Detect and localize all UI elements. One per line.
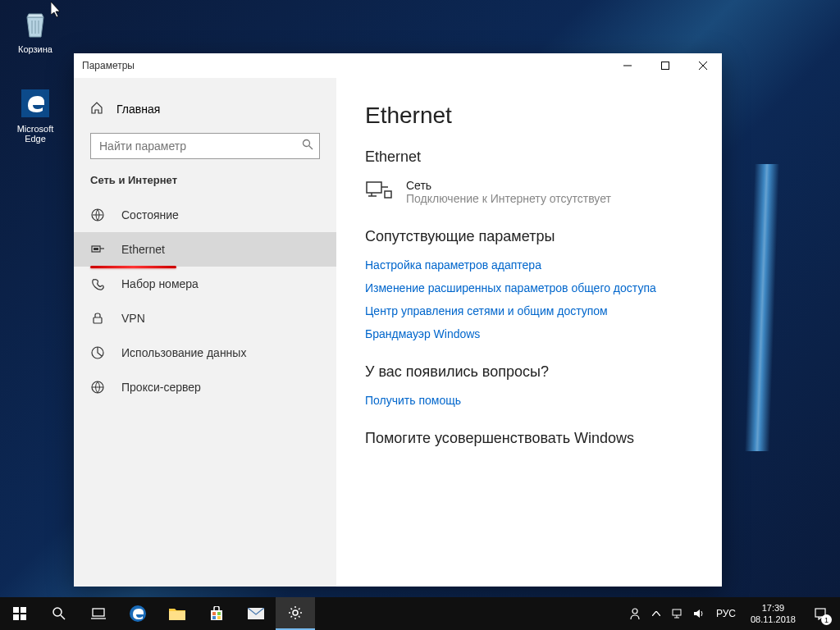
svg-point-26 <box>53 608 62 616</box>
svg-rect-31 <box>169 611 185 620</box>
link-windows-firewall[interactable]: Брандмауэр Windows <box>365 327 693 340</box>
svg-rect-19 <box>385 191 391 198</box>
tray-date: 08.11.2018 <box>751 614 796 625</box>
taskbar-search[interactable] <box>39 597 79 630</box>
content-pane: Ethernet Ethernet Сеть Подключение к Инт… <box>336 78 722 587</box>
notification-badge: 1 <box>821 614 832 625</box>
taskbar-settings[interactable] <box>276 597 315 630</box>
close-button[interactable] <box>684 53 722 78</box>
network-name: Сеть <box>406 179 611 192</box>
help-title: У вас появились вопросы? <box>365 363 693 381</box>
maximize-button[interactable] <box>646 53 684 78</box>
svg-rect-28 <box>93 609 104 616</box>
home-icon <box>90 101 103 116</box>
window-title: Параметры <box>82 60 135 71</box>
section-title: Ethernet <box>365 148 693 166</box>
proxy-icon <box>90 380 105 395</box>
status-icon <box>90 208 105 222</box>
cursor-icon <box>51 2 64 21</box>
sidebar-item-label: Ethernet <box>121 243 165 256</box>
sidebar-item-label: Прокси-сервер <box>121 381 201 394</box>
sidebar-item-ethernet[interactable]: Ethernet <box>74 232 336 267</box>
network-icon <box>365 179 393 205</box>
task-view-button[interactable] <box>79 597 118 630</box>
desktop-icon-edge[interactable]: Microsoft Edge <box>7 86 64 144</box>
sidebar: Главная Сеть и Интернет Состояние Ethern… <box>74 78 336 587</box>
svg-rect-33 <box>212 612 216 615</box>
svg-rect-14 <box>94 317 102 323</box>
tray-chevron-up-icon[interactable] <box>646 597 667 630</box>
tray-clock[interactable]: 17:39 08.11.2018 <box>742 602 804 626</box>
tray-network-icon[interactable] <box>667 597 688 630</box>
svg-rect-34 <box>217 612 221 615</box>
feedback-title: Помогите усовершенствовать Windows <box>365 430 693 447</box>
svg-rect-5 <box>662 62 669 70</box>
settings-window: Параметры Главная Сеть и Интернет Состоя… <box>74 53 722 587</box>
tray-time: 17:39 <box>751 602 796 614</box>
recycle-bin-icon <box>18 7 52 41</box>
desktop-icon-label: Microsoft Edge <box>7 124 64 144</box>
minimize-button[interactable] <box>609 53 646 78</box>
desktop-icon-label: Корзина <box>7 44 64 54</box>
svg-rect-17 <box>367 182 381 193</box>
dialup-icon <box>90 276 105 291</box>
link-network-sharing-center[interactable]: Центр управления сетями и общим доступом <box>365 304 693 317</box>
svg-rect-25 <box>21 614 26 620</box>
sidebar-item-proxy[interactable]: Прокси-сервер <box>74 370 336 404</box>
svg-point-38 <box>293 610 298 615</box>
sidebar-item-label: Использование данных <box>121 346 246 359</box>
sidebar-item-vpn[interactable]: VPN <box>74 301 336 336</box>
taskbar-mail[interactable] <box>236 597 276 630</box>
svg-rect-36 <box>217 616 221 619</box>
sidebar-item-label: Состояние <box>121 208 179 221</box>
sidebar-item-label: VPN <box>121 312 145 325</box>
svg-rect-23 <box>21 607 26 613</box>
tray-notifications[interactable]: 1 <box>804 597 837 630</box>
network-item[interactable]: Сеть Подключение к Интернету отсутствует <box>365 179 693 205</box>
search-input[interactable] <box>90 133 320 159</box>
tray-volume-icon[interactable] <box>688 597 710 630</box>
search-icon <box>302 139 313 153</box>
sidebar-item-label: Набор номера <box>121 277 199 290</box>
sidebar-category: Сеть и Интернет <box>74 174 336 198</box>
svg-line-9 <box>309 146 313 150</box>
link-adapter-settings[interactable]: Настройка параметров адаптера <box>365 258 693 272</box>
titlebar: Параметры <box>74 53 722 78</box>
vpn-icon <box>90 311 105 326</box>
sidebar-home[interactable]: Главная <box>74 94 336 123</box>
taskbar-file-explorer[interactable] <box>158 597 197 630</box>
svg-rect-22 <box>13 607 19 613</box>
taskbar-edge[interactable] <box>118 597 158 630</box>
page-title: Ethernet <box>365 103 693 129</box>
link-advanced-sharing[interactable]: Изменение расширенных параметров общего … <box>365 281 693 294</box>
data-usage-icon <box>90 345 105 360</box>
svg-line-27 <box>61 615 65 619</box>
sidebar-item-data-usage[interactable]: Использование данных <box>74 336 336 370</box>
link-get-help[interactable]: Получить помощь <box>365 394 693 407</box>
svg-point-39 <box>632 609 637 614</box>
taskbar-store[interactable] <box>197 597 236 630</box>
taskbar: РУС 17:39 08.11.2018 1 <box>0 597 840 630</box>
sidebar-item-dialup[interactable]: Набор номера <box>74 267 336 301</box>
svg-rect-40 <box>673 609 681 615</box>
related-settings-title: Сопутствующие параметры <box>365 228 693 245</box>
network-status: Подключение к Интернету отсутствует <box>406 192 611 205</box>
sidebar-item-status[interactable]: Состояние <box>74 198 336 232</box>
start-button[interactable] <box>0 597 39 630</box>
svg-rect-35 <box>212 616 216 619</box>
edge-icon <box>18 86 52 121</box>
ethernet-icon <box>90 242 105 257</box>
svg-rect-24 <box>13 614 19 620</box>
tray-language[interactable]: РУС <box>710 608 742 619</box>
sidebar-home-label: Главная <box>116 103 160 116</box>
svg-rect-12 <box>94 248 98 250</box>
svg-point-8 <box>304 140 310 147</box>
tray-people[interactable] <box>624 597 646 630</box>
